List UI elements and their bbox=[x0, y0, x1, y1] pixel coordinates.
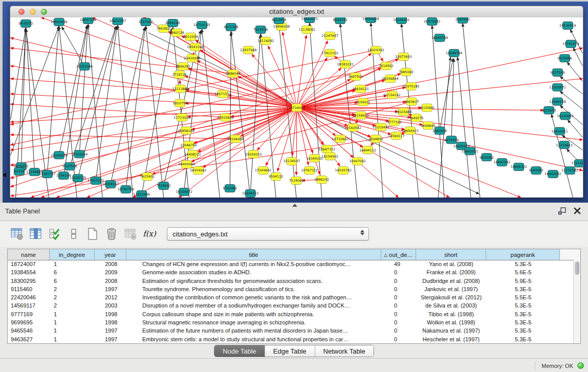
graph-node[interactable]: 8813054 bbox=[272, 17, 286, 24]
show-columns-icon[interactable] bbox=[28, 226, 43, 242]
create-column-icon[interactable] bbox=[85, 226, 100, 242]
column-header-name[interactable]: name bbox=[8, 249, 50, 260]
network-window-titlebar[interactable]: citations_edges.txt bbox=[10, 6, 583, 18]
delete-column-icon[interactable] bbox=[104, 226, 119, 242]
table-row[interactable]: 1872400712008Changes of HCN gene express… bbox=[8, 260, 573, 268]
graph-node[interactable]: 8099742 bbox=[333, 17, 347, 24]
table-select[interactable]: citations_edges.txt bbox=[167, 227, 369, 240]
graph-node[interactable]: 13505135 bbox=[70, 174, 86, 182]
graph-node[interactable]: 9886043 bbox=[226, 70, 240, 77]
graph-node[interactable]: 9435572 bbox=[18, 19, 33, 27]
graph-node[interactable]: 10653287 bbox=[110, 17, 126, 25]
graph-node[interactable]: 7485063 bbox=[399, 68, 413, 76]
graph-node[interactable]: 17210642 bbox=[571, 160, 583, 167]
table-row[interactable]: 1938455462009Genome-wide association stu… bbox=[8, 268, 573, 276]
graph-node[interactable]: 16942002 bbox=[545, 170, 561, 178]
graph-node[interactable]: 7625402 bbox=[140, 173, 155, 181]
graph-node[interactable]: 1810754 bbox=[172, 99, 187, 107]
graph-node[interactable]: 20437198 bbox=[80, 17, 96, 24]
graph-node[interactable]: 20539416 bbox=[559, 21, 576, 29]
graph-node[interactable]: 8912954 bbox=[183, 33, 198, 40]
table-scrollbar[interactable] bbox=[573, 260, 580, 343]
graph-node[interactable]: 11138002 bbox=[299, 26, 315, 33]
graph-node[interactable]: 15056804 bbox=[382, 75, 398, 82]
graph-node[interactable]: 9115460 bbox=[420, 104, 434, 112]
graph-node[interactable]: 18919392 bbox=[367, 46, 384, 54]
tab-edge-table[interactable]: Edge Table bbox=[265, 345, 315, 357]
graph-node[interactable]: 17359924 bbox=[71, 150, 88, 158]
function-builder-icon[interactable]: f(x) bbox=[142, 226, 157, 242]
graph-node[interactable]: 16443794 bbox=[431, 34, 448, 41]
table-row[interactable]: 977716911998Corpus callosum shape and si… bbox=[8, 310, 573, 318]
graph-node[interactable]: 9227149 bbox=[550, 69, 564, 76]
table-row[interactable]: 946362711997Embryonic stem cells: a mode… bbox=[8, 335, 573, 343]
tab-node-table[interactable]: Node Table bbox=[214, 345, 265, 357]
graph-node[interactable]: 93159 bbox=[14, 168, 24, 176]
graph-node[interactable]: 16442042 bbox=[494, 159, 510, 166]
graph-node[interactable]: 2718126 bbox=[172, 71, 186, 78]
graph-node[interactable]: 10694022 bbox=[242, 190, 258, 198]
graph-node[interactable]: 1687502 bbox=[348, 73, 362, 80]
graph-node[interactable]: 17412102 bbox=[322, 49, 338, 57]
graph-node[interactable]: 10997092 bbox=[349, 158, 365, 165]
graph-node[interactable]: 9463627 bbox=[404, 98, 419, 105]
graph-node[interactable]: 9192462 bbox=[223, 185, 237, 192]
table-row[interactable]: 969969511998Structural magnetic resonanc… bbox=[8, 318, 573, 326]
graph-node[interactable]: 9830062 bbox=[480, 154, 494, 161]
graph-node[interactable]: 9154012 bbox=[356, 98, 370, 106]
memory-ok-icon[interactable] bbox=[577, 362, 584, 369]
splitter-handle-icon[interactable] bbox=[292, 204, 297, 207]
graph-node[interactable]: 1640954 bbox=[432, 127, 447, 135]
graph-node[interactable]: 7914502 bbox=[379, 62, 393, 70]
table-scrollbar-thumb[interactable] bbox=[575, 261, 579, 275]
graph-node[interactable]: 15134547 bbox=[284, 158, 300, 165]
graph-node[interactable]: 19692911 bbox=[551, 127, 568, 135]
graph-node[interactable]: 10696322 bbox=[511, 163, 527, 171]
graph-node[interactable]: 12093872 bbox=[549, 83, 565, 91]
row-height-icon[interactable] bbox=[66, 226, 81, 242]
graph-node[interactable]: 15950010 bbox=[245, 150, 262, 158]
graph-node[interactable]: 9886292 bbox=[315, 176, 329, 184]
panel-collapse-icon[interactable] bbox=[3, 172, 6, 178]
graph-node[interactable]: 14569117 bbox=[388, 132, 404, 140]
graph-node[interactable]: 9896282 bbox=[176, 62, 190, 70]
graph-node[interactable]: 10767312 bbox=[301, 167, 318, 174]
graph-node[interactable]: 9594122 bbox=[269, 173, 283, 181]
column-header-short[interactable]: short bbox=[416, 249, 486, 260]
graph-node[interactable]: 9594802 bbox=[368, 135, 383, 143]
graph-node[interactable]: 14732602 bbox=[332, 135, 349, 143]
graph-node[interactable]: 12444158 bbox=[549, 98, 565, 105]
graph-node[interactable]: 9777169 bbox=[387, 118, 401, 126]
column-header-title[interactable]: title bbox=[126, 249, 381, 260]
graph-node[interactable]: 10719135 bbox=[193, 21, 210, 29]
graph-node[interactable]: 12610651 bbox=[217, 114, 233, 121]
graph-node[interactable]: 10647322 bbox=[319, 145, 335, 153]
graph-node[interactable]: 9245082 bbox=[529, 167, 543, 174]
graph-node[interactable]: 7224062 bbox=[289, 177, 303, 185]
column-header-pagerank[interactable]: pagerank bbox=[486, 249, 560, 260]
graph-node[interactable]: 20206576 bbox=[51, 151, 67, 159]
graph-node[interactable]: 19654923 bbox=[402, 127, 418, 135]
column-header-outde[interactable]: △out_de… bbox=[381, 249, 416, 260]
graph-node[interactable]: 16154992 bbox=[322, 152, 338, 160]
graph-node[interactable]: 16782759 bbox=[118, 186, 134, 193]
graph-node[interactable]: 14595782 bbox=[335, 167, 352, 174]
graph-node[interactable]: 12975185 bbox=[403, 82, 419, 90]
graph-node[interactable]: 6466160 bbox=[165, 19, 180, 27]
tab-network-table[interactable]: Network Table bbox=[315, 345, 374, 357]
graph-node[interactable]: 9329966 bbox=[557, 54, 572, 62]
graph-node[interactable]: 18381031 bbox=[337, 60, 354, 68]
graph-node[interactable]: 8215955 bbox=[541, 106, 556, 114]
table-mode-icon[interactable] bbox=[9, 226, 25, 242]
graph-node[interactable]: 20691406 bbox=[51, 18, 67, 26]
graph-node[interactable]: 7615526 bbox=[253, 26, 268, 33]
column-header-year[interactable]: year bbox=[95, 249, 126, 260]
table-row[interactable]: 911546021997Tourette syndrome. Phenomeno… bbox=[8, 285, 573, 293]
graph-node[interactable]: 7524042 bbox=[157, 182, 171, 190]
graph-node[interactable]: 19649571 bbox=[301, 17, 318, 23]
column-header-indegree[interactable]: in_degree bbox=[50, 249, 95, 260]
graph-node[interactable]: 16409948 bbox=[178, 161, 194, 168]
graph-node[interactable]: 12210342 bbox=[561, 167, 578, 174]
graph-node[interactable]: 12923446 bbox=[134, 191, 150, 198]
table-row[interactable]: 1830029562008Estimation of significance … bbox=[8, 277, 573, 285]
